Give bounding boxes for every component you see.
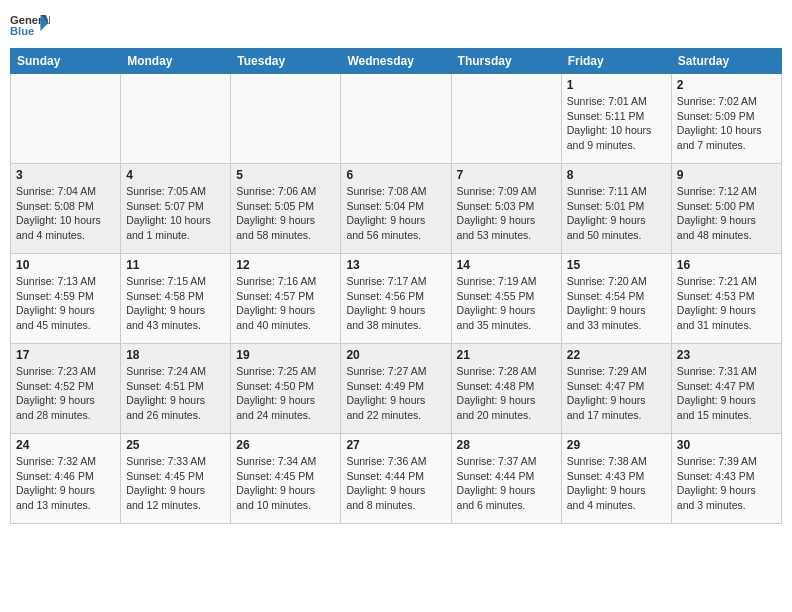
calendar-header-monday: Monday (121, 49, 231, 74)
calendar-week-row: 24Sunrise: 7:32 AM Sunset: 4:46 PM Dayli… (11, 434, 782, 524)
day-info: Sunrise: 7:17 AM Sunset: 4:56 PM Dayligh… (346, 274, 445, 333)
day-number: 10 (16, 258, 115, 272)
logo-icon: General Blue (10, 10, 50, 40)
day-info: Sunrise: 7:21 AM Sunset: 4:53 PM Dayligh… (677, 274, 776, 333)
calendar-cell: 27Sunrise: 7:36 AM Sunset: 4:44 PM Dayli… (341, 434, 451, 524)
day-number: 23 (677, 348, 776, 362)
day-info: Sunrise: 7:39 AM Sunset: 4:43 PM Dayligh… (677, 454, 776, 513)
logo: General Blue (10, 10, 50, 40)
calendar-cell: 22Sunrise: 7:29 AM Sunset: 4:47 PM Dayli… (561, 344, 671, 434)
day-info: Sunrise: 7:32 AM Sunset: 4:46 PM Dayligh… (16, 454, 115, 513)
day-number: 8 (567, 168, 666, 182)
day-number: 14 (457, 258, 556, 272)
calendar-cell: 23Sunrise: 7:31 AM Sunset: 4:47 PM Dayli… (671, 344, 781, 434)
day-number: 5 (236, 168, 335, 182)
day-number: 22 (567, 348, 666, 362)
calendar-cell: 14Sunrise: 7:19 AM Sunset: 4:55 PM Dayli… (451, 254, 561, 344)
day-info: Sunrise: 7:34 AM Sunset: 4:45 PM Dayligh… (236, 454, 335, 513)
day-number: 29 (567, 438, 666, 452)
day-number: 27 (346, 438, 445, 452)
calendar-cell: 21Sunrise: 7:28 AM Sunset: 4:48 PM Dayli… (451, 344, 561, 434)
day-number: 21 (457, 348, 556, 362)
calendar-week-row: 10Sunrise: 7:13 AM Sunset: 4:59 PM Dayli… (11, 254, 782, 344)
calendar-cell (121, 74, 231, 164)
day-info: Sunrise: 7:11 AM Sunset: 5:01 PM Dayligh… (567, 184, 666, 243)
day-info: Sunrise: 7:16 AM Sunset: 4:57 PM Dayligh… (236, 274, 335, 333)
day-info: Sunrise: 7:37 AM Sunset: 4:44 PM Dayligh… (457, 454, 556, 513)
day-info: Sunrise: 7:19 AM Sunset: 4:55 PM Dayligh… (457, 274, 556, 333)
calendar-header-friday: Friday (561, 49, 671, 74)
day-number: 20 (346, 348, 445, 362)
day-info: Sunrise: 7:20 AM Sunset: 4:54 PM Dayligh… (567, 274, 666, 333)
calendar-cell: 17Sunrise: 7:23 AM Sunset: 4:52 PM Dayli… (11, 344, 121, 434)
day-info: Sunrise: 7:31 AM Sunset: 4:47 PM Dayligh… (677, 364, 776, 423)
day-info: Sunrise: 7:38 AM Sunset: 4:43 PM Dayligh… (567, 454, 666, 513)
calendar-cell: 16Sunrise: 7:21 AM Sunset: 4:53 PM Dayli… (671, 254, 781, 344)
calendar-header-row: SundayMondayTuesdayWednesdayThursdayFrid… (11, 49, 782, 74)
calendar-cell: 15Sunrise: 7:20 AM Sunset: 4:54 PM Dayli… (561, 254, 671, 344)
day-info: Sunrise: 7:27 AM Sunset: 4:49 PM Dayligh… (346, 364, 445, 423)
calendar-cell: 20Sunrise: 7:27 AM Sunset: 4:49 PM Dayli… (341, 344, 451, 434)
calendar-header-saturday: Saturday (671, 49, 781, 74)
calendar-cell: 4Sunrise: 7:05 AM Sunset: 5:07 PM Daylig… (121, 164, 231, 254)
calendar-header-thursday: Thursday (451, 49, 561, 74)
calendar-cell: 25Sunrise: 7:33 AM Sunset: 4:45 PM Dayli… (121, 434, 231, 524)
day-info: Sunrise: 7:25 AM Sunset: 4:50 PM Dayligh… (236, 364, 335, 423)
calendar-cell: 24Sunrise: 7:32 AM Sunset: 4:46 PM Dayli… (11, 434, 121, 524)
day-info: Sunrise: 7:13 AM Sunset: 4:59 PM Dayligh… (16, 274, 115, 333)
calendar-cell: 2Sunrise: 7:02 AM Sunset: 5:09 PM Daylig… (671, 74, 781, 164)
day-info: Sunrise: 7:04 AM Sunset: 5:08 PM Dayligh… (16, 184, 115, 243)
day-info: Sunrise: 7:01 AM Sunset: 5:11 PM Dayligh… (567, 94, 666, 153)
calendar-cell: 1Sunrise: 7:01 AM Sunset: 5:11 PM Daylig… (561, 74, 671, 164)
day-number: 24 (16, 438, 115, 452)
calendar-cell: 29Sunrise: 7:38 AM Sunset: 4:43 PM Dayli… (561, 434, 671, 524)
day-number: 30 (677, 438, 776, 452)
day-number: 16 (677, 258, 776, 272)
calendar-week-row: 1Sunrise: 7:01 AM Sunset: 5:11 PM Daylig… (11, 74, 782, 164)
day-info: Sunrise: 7:23 AM Sunset: 4:52 PM Dayligh… (16, 364, 115, 423)
day-number: 19 (236, 348, 335, 362)
day-info: Sunrise: 7:15 AM Sunset: 4:58 PM Dayligh… (126, 274, 225, 333)
calendar-week-row: 17Sunrise: 7:23 AM Sunset: 4:52 PM Dayli… (11, 344, 782, 434)
calendar-cell (451, 74, 561, 164)
day-info: Sunrise: 7:28 AM Sunset: 4:48 PM Dayligh… (457, 364, 556, 423)
day-info: Sunrise: 7:29 AM Sunset: 4:47 PM Dayligh… (567, 364, 666, 423)
calendar-cell: 8Sunrise: 7:11 AM Sunset: 5:01 PM Daylig… (561, 164, 671, 254)
calendar-header-wednesday: Wednesday (341, 49, 451, 74)
day-info: Sunrise: 7:36 AM Sunset: 4:44 PM Dayligh… (346, 454, 445, 513)
calendar-header-sunday: Sunday (11, 49, 121, 74)
calendar-cell: 28Sunrise: 7:37 AM Sunset: 4:44 PM Dayli… (451, 434, 561, 524)
calendar-cell: 6Sunrise: 7:08 AM Sunset: 5:04 PM Daylig… (341, 164, 451, 254)
day-number: 13 (346, 258, 445, 272)
day-number: 25 (126, 438, 225, 452)
calendar-cell: 5Sunrise: 7:06 AM Sunset: 5:05 PM Daylig… (231, 164, 341, 254)
day-number: 15 (567, 258, 666, 272)
calendar-cell (11, 74, 121, 164)
day-info: Sunrise: 7:09 AM Sunset: 5:03 PM Dayligh… (457, 184, 556, 243)
day-info: Sunrise: 7:05 AM Sunset: 5:07 PM Dayligh… (126, 184, 225, 243)
calendar-cell: 12Sunrise: 7:16 AM Sunset: 4:57 PM Dayli… (231, 254, 341, 344)
day-info: Sunrise: 7:02 AM Sunset: 5:09 PM Dayligh… (677, 94, 776, 153)
day-number: 3 (16, 168, 115, 182)
calendar-header-tuesday: Tuesday (231, 49, 341, 74)
page-header: General Blue (10, 10, 782, 40)
calendar-body: 1Sunrise: 7:01 AM Sunset: 5:11 PM Daylig… (11, 74, 782, 524)
day-info: Sunrise: 7:08 AM Sunset: 5:04 PM Dayligh… (346, 184, 445, 243)
day-number: 18 (126, 348, 225, 362)
day-number: 9 (677, 168, 776, 182)
calendar-cell: 26Sunrise: 7:34 AM Sunset: 4:45 PM Dayli… (231, 434, 341, 524)
calendar-cell: 30Sunrise: 7:39 AM Sunset: 4:43 PM Dayli… (671, 434, 781, 524)
calendar-cell: 9Sunrise: 7:12 AM Sunset: 5:00 PM Daylig… (671, 164, 781, 254)
calendar-table: SundayMondayTuesdayWednesdayThursdayFrid… (10, 48, 782, 524)
calendar-cell (341, 74, 451, 164)
day-info: Sunrise: 7:33 AM Sunset: 4:45 PM Dayligh… (126, 454, 225, 513)
day-number: 11 (126, 258, 225, 272)
day-number: 28 (457, 438, 556, 452)
calendar-cell (231, 74, 341, 164)
day-info: Sunrise: 7:06 AM Sunset: 5:05 PM Dayligh… (236, 184, 335, 243)
calendar-cell: 13Sunrise: 7:17 AM Sunset: 4:56 PM Dayli… (341, 254, 451, 344)
calendar-cell: 19Sunrise: 7:25 AM Sunset: 4:50 PM Dayli… (231, 344, 341, 434)
day-number: 17 (16, 348, 115, 362)
svg-text:Blue: Blue (10, 25, 34, 37)
day-number: 12 (236, 258, 335, 272)
